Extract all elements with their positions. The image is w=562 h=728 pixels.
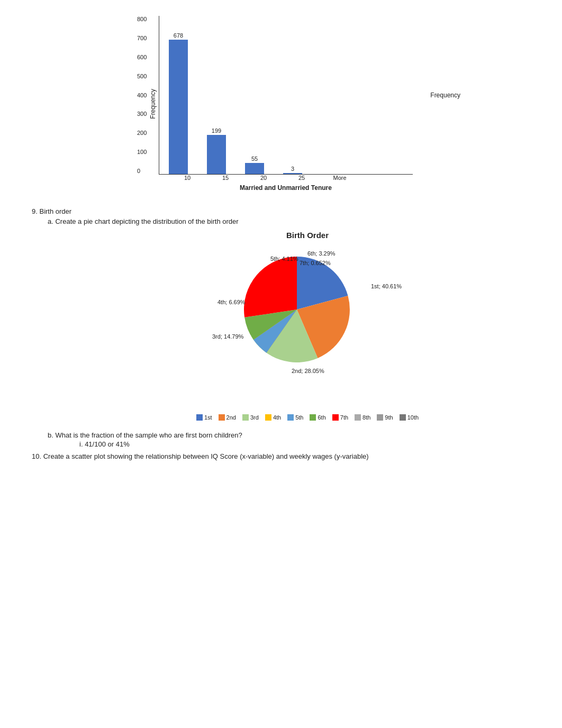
legend-item-5th: 5th [287, 414, 303, 421]
bar-group-15: 199 [207, 128, 226, 174]
legend-item-10th: 10th [400, 414, 419, 421]
bar-group-10: 678 [169, 32, 188, 174]
y-tick-200: 200 [137, 130, 147, 136]
x-label-20: 20 [244, 175, 283, 181]
pie-chart-section: Birth Order [74, 231, 541, 421]
legend-label-4th: 4th [273, 414, 281, 421]
legend-label-8th: 8th [362, 414, 370, 421]
pie-title: Birth Order [286, 231, 329, 240]
legend-item-3rd: 3rd [242, 414, 259, 421]
pie-label-3rd: 3rd; 14.79% [212, 333, 243, 340]
legend-item-4th: 4th [265, 414, 281, 421]
y-axis-label: Frequency [149, 89, 157, 119]
legend-item-7th: 7th [332, 414, 348, 421]
legend-item-9th: 9th [377, 414, 393, 421]
bar-group-more [321, 173, 340, 174]
legend-item-1st: 1st [196, 414, 212, 421]
legend-label-5th: 5th [295, 414, 303, 421]
q10-text: Create a scatter plot showing the relati… [43, 452, 369, 460]
q9-label: Birth order [39, 207, 71, 215]
bar-chart-section: Frequency 0 100 200 300 400 500 600 700 … [21, 11, 541, 192]
legend-label-2nd: 2nd [226, 414, 236, 421]
pie-container: 1st; 40.61% 2nd; 28.05% 3rd; 14.79% 4th;… [202, 241, 413, 410]
y-tick-600: 600 [137, 54, 147, 60]
legend-label-6th: 6th [318, 414, 325, 421]
pie-legend: 1st 2nd 3rd 4th 5th [196, 414, 419, 421]
legend-label-9th: 9th [385, 414, 393, 421]
question-9: 9. Birth order a. Create a pie chart dep… [32, 207, 541, 448]
bar-value-25: 3 [291, 166, 294, 172]
pie-label-6th: 6th; 3.29% [307, 250, 336, 257]
legend-label-7th: 7th [340, 414, 348, 421]
q10-number: 10. [32, 452, 41, 460]
y-tick-100: 100 [137, 149, 147, 155]
chart-grid: 0 100 200 300 400 500 600 700 800 678 19… [159, 16, 413, 175]
bar-value-10: 678 [174, 32, 183, 39]
pie-label-4th: 4th; 6.69% [217, 299, 246, 305]
legend-swatch-3rd [242, 414, 249, 421]
q9a-text: Create a pie chart depicting the distrib… [55, 217, 238, 225]
bar-group-25: 3 [283, 166, 302, 174]
pie-slice-7th [244, 257, 297, 317]
legend-swatch-7th [332, 414, 339, 421]
q9-sub-b: b. What is the fraction of the sample wh… [32, 431, 541, 448]
legend-item-8th: 8th [355, 414, 370, 421]
legend-swatch-6th [310, 414, 316, 421]
legend-swatch-10th [400, 414, 406, 421]
q9a-label: a. [48, 217, 53, 225]
y-tick-700: 700 [137, 35, 147, 41]
questions-section: 9. Birth order a. Create a pie chart dep… [21, 207, 541, 460]
bar-25 [283, 173, 302, 174]
q9b-label: b. [48, 431, 53, 439]
q9-number: 9. [32, 207, 38, 215]
y-ticks: 0 100 200 300 400 500 600 700 800 [137, 16, 147, 174]
chart-wrapper: Frequency 0 100 200 300 400 500 600 700 … [149, 16, 413, 192]
bar-chart-area: 0 100 200 300 400 500 600 700 800 678 19… [159, 16, 413, 192]
legend-swatch-1st [196, 414, 203, 421]
pie-svg [244, 257, 350, 362]
legend-swatch-9th [377, 414, 383, 421]
x-axis-title: Married and Unmarried Tenure [159, 184, 413, 192]
legend-item-2nd: 2nd [219, 414, 236, 421]
pie-label-5th: 5th; 4.11% [270, 256, 298, 262]
q9b-sub-i: i. 41/100 or 41% [48, 440, 541, 448]
x-label-15: 15 [206, 175, 244, 181]
q9bi-text: 41/100 or 41% [85, 440, 130, 448]
q9-sub-a: a. Create a pie chart depicting the dist… [32, 217, 541, 225]
pie-label-center: 7th; 0.652% [300, 260, 331, 266]
legend-label-1st: 1st [204, 414, 212, 421]
legend-label-3rd: 3rd [250, 414, 259, 421]
x-label-25: 25 [283, 175, 321, 181]
legend-item-6th: 6th [310, 414, 325, 421]
x-label-more: More [321, 175, 359, 181]
bar-group-20: 55 [245, 156, 264, 174]
y-tick-0: 0 [137, 168, 147, 174]
legend-swatch-4th [265, 414, 271, 421]
y-tick-500: 500 [137, 73, 147, 79]
bar-20 [245, 163, 264, 174]
legend-label-10th: 10th [407, 414, 419, 421]
legend-swatch-5th [287, 414, 294, 421]
pie-label-2nd: 2nd; 28.05% [292, 368, 324, 374]
legend-label: Frequency [430, 92, 460, 99]
legend-swatch-8th [355, 414, 361, 421]
y-tick-400: 400 [137, 92, 147, 98]
legend-swatch-2nd [219, 414, 225, 421]
bar-value-15: 199 [212, 128, 221, 134]
bar-10 [169, 40, 188, 174]
bar-15 [207, 135, 226, 174]
y-tick-300: 300 [137, 111, 147, 117]
x-labels: 10 15 20 25 More [159, 175, 413, 181]
pie-label-1st: 1st; 40.61% [371, 283, 402, 289]
q9bi-label: i. [79, 440, 83, 448]
y-tick-800: 800 [137, 16, 147, 22]
q9b-text: What is the fraction of the sample who a… [55, 431, 242, 439]
question-10: 10. Create a scatter plot showing the re… [32, 452, 541, 460]
bar-value-20: 55 [251, 156, 258, 162]
x-label-10: 10 [168, 175, 206, 181]
